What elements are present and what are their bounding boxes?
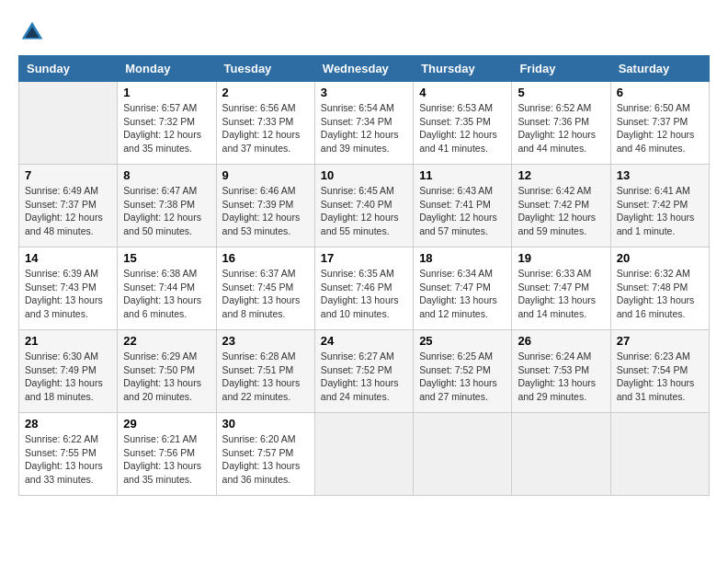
calendar-cell: 13Sunrise: 6:41 AMSunset: 7:42 PMDayligh… <box>610 165 709 247</box>
day-number: 28 <box>25 417 111 431</box>
day-number: 11 <box>419 168 506 182</box>
day-info: Sunrise: 6:39 AMSunset: 7:43 PMDaylight:… <box>25 267 111 321</box>
logo <box>18 18 50 46</box>
day-info: Sunrise: 6:54 AMSunset: 7:34 PMDaylight:… <box>321 101 407 155</box>
day-number: 14 <box>25 251 111 265</box>
day-info: Sunrise: 6:20 AMSunset: 7:57 PMDaylight:… <box>222 432 309 487</box>
day-info: Sunrise: 6:41 AMSunset: 7:42 PMDaylight:… <box>617 184 703 238</box>
day-info: Sunrise: 6:22 AMSunset: 7:55 PMDaylight:… <box>25 432 111 487</box>
day-info: Sunrise: 6:24 AMSunset: 7:53 PMDaylight:… <box>518 350 604 404</box>
day-number: 22 <box>123 334 210 348</box>
day-number: 27 <box>617 334 703 348</box>
day-number: 3 <box>321 86 407 99</box>
calendar-table: SundayMondayTuesdayWednesdayThursdayFrid… <box>18 55 710 496</box>
calendar-cell: 18Sunrise: 6:34 AMSunset: 7:47 PMDayligh… <box>414 247 512 330</box>
day-info: Sunrise: 6:49 AMSunset: 7:37 PMDaylight:… <box>25 184 111 238</box>
day-number: 24 <box>321 334 407 348</box>
day-info: Sunrise: 6:57 AMSunset: 7:32 PMDaylight:… <box>123 101 210 155</box>
day-info: Sunrise: 6:30 AMSunset: 7:49 PMDaylight:… <box>25 350 111 404</box>
calendar-week-row: 1Sunrise: 6:57 AMSunset: 7:32 PMDaylight… <box>19 82 710 165</box>
day-info: Sunrise: 6:56 AMSunset: 7:33 PMDaylight:… <box>222 101 309 155</box>
day-number: 4 <box>419 86 506 99</box>
day-info: Sunrise: 6:38 AMSunset: 7:44 PMDaylight:… <box>123 267 210 321</box>
calendar-cell: 27Sunrise: 6:23 AMSunset: 7:54 PMDayligh… <box>610 330 709 413</box>
calendar-week-row: 21Sunrise: 6:30 AMSunset: 7:49 PMDayligh… <box>19 330 710 413</box>
calendar-cell: 14Sunrise: 6:39 AMSunset: 7:43 PMDayligh… <box>19 247 118 330</box>
calendar-cell: 24Sunrise: 6:27 AMSunset: 7:52 PMDayligh… <box>314 330 413 413</box>
day-number: 16 <box>222 251 309 265</box>
calendar-cell: 10Sunrise: 6:45 AMSunset: 7:40 PMDayligh… <box>314 165 413 247</box>
day-number: 21 <box>25 334 111 348</box>
calendar-cell: 26Sunrise: 6:24 AMSunset: 7:53 PMDayligh… <box>512 330 610 413</box>
calendar-cell: 9Sunrise: 6:46 AMSunset: 7:39 PMDaylight… <box>216 165 314 247</box>
day-info: Sunrise: 6:35 AMSunset: 7:46 PMDaylight:… <box>321 267 407 321</box>
day-info: Sunrise: 6:42 AMSunset: 7:42 PMDaylight:… <box>518 184 604 238</box>
calendar-header-friday: Friday <box>512 56 610 82</box>
calendar-cell: 30Sunrise: 6:20 AMSunset: 7:57 PMDayligh… <box>216 413 314 496</box>
day-number: 23 <box>222 334 309 348</box>
calendar-cell: 4Sunrise: 6:53 AMSunset: 7:35 PMDaylight… <box>414 82 512 165</box>
calendar-header-wednesday: Wednesday <box>314 56 413 82</box>
calendar-cell: 17Sunrise: 6:35 AMSunset: 7:46 PMDayligh… <box>314 247 413 330</box>
calendar-cell: 5Sunrise: 6:52 AMSunset: 7:36 PMDaylight… <box>512 82 610 165</box>
day-info: Sunrise: 6:32 AMSunset: 7:48 PMDaylight:… <box>617 267 703 321</box>
calendar-cell: 29Sunrise: 6:21 AMSunset: 7:56 PMDayligh… <box>118 413 216 496</box>
calendar-cell: 7Sunrise: 6:49 AMSunset: 7:37 PMDaylight… <box>19 165 118 247</box>
calendar-cell <box>314 413 413 496</box>
calendar-cell: 21Sunrise: 6:30 AMSunset: 7:49 PMDayligh… <box>19 330 118 413</box>
day-number: 26 <box>518 334 604 348</box>
calendar-cell: 25Sunrise: 6:25 AMSunset: 7:52 PMDayligh… <box>414 330 512 413</box>
calendar-cell: 19Sunrise: 6:33 AMSunset: 7:47 PMDayligh… <box>512 247 610 330</box>
day-number: 18 <box>419 251 506 265</box>
calendar-cell: 8Sunrise: 6:47 AMSunset: 7:38 PMDaylight… <box>118 165 216 247</box>
day-info: Sunrise: 6:52 AMSunset: 7:36 PMDaylight:… <box>518 101 604 155</box>
calendar-header-row: SundayMondayTuesdayWednesdayThursdayFrid… <box>19 56 710 82</box>
day-info: Sunrise: 6:53 AMSunset: 7:35 PMDaylight:… <box>419 101 506 155</box>
day-info: Sunrise: 6:25 AMSunset: 7:52 PMDaylight:… <box>419 350 506 404</box>
calendar-cell: 28Sunrise: 6:22 AMSunset: 7:55 PMDayligh… <box>19 413 118 496</box>
calendar-cell <box>19 82 118 165</box>
day-number: 30 <box>222 417 309 431</box>
day-number: 17 <box>321 251 407 265</box>
day-info: Sunrise: 6:37 AMSunset: 7:45 PMDaylight:… <box>222 267 309 321</box>
calendar-header-tuesday: Tuesday <box>216 56 314 82</box>
day-number: 13 <box>617 168 703 182</box>
calendar-cell: 3Sunrise: 6:54 AMSunset: 7:34 PMDaylight… <box>314 82 413 165</box>
calendar-cell <box>610 413 709 496</box>
calendar-week-row: 14Sunrise: 6:39 AMSunset: 7:43 PMDayligh… <box>19 247 710 330</box>
day-info: Sunrise: 6:43 AMSunset: 7:41 PMDaylight:… <box>419 184 506 238</box>
calendar-cell: 23Sunrise: 6:28 AMSunset: 7:51 PMDayligh… <box>216 330 314 413</box>
day-number: 2 <box>222 86 309 99</box>
day-number: 15 <box>123 251 210 265</box>
calendar-cell: 2Sunrise: 6:56 AMSunset: 7:33 PMDaylight… <box>216 82 314 165</box>
day-number: 20 <box>617 251 703 265</box>
logo-icon <box>18 18 46 46</box>
calendar-header-saturday: Saturday <box>610 56 709 82</box>
day-info: Sunrise: 6:33 AMSunset: 7:47 PMDaylight:… <box>518 267 604 321</box>
day-info: Sunrise: 6:50 AMSunset: 7:37 PMDaylight:… <box>617 101 703 155</box>
day-info: Sunrise: 6:46 AMSunset: 7:39 PMDaylight:… <box>222 184 309 238</box>
day-info: Sunrise: 6:28 AMSunset: 7:51 PMDaylight:… <box>222 350 309 404</box>
day-number: 8 <box>123 168 210 182</box>
day-number: 19 <box>518 251 604 265</box>
calendar-cell <box>512 413 610 496</box>
calendar-cell: 1Sunrise: 6:57 AMSunset: 7:32 PMDaylight… <box>118 82 216 165</box>
calendar-week-row: 28Sunrise: 6:22 AMSunset: 7:55 PMDayligh… <box>19 413 710 496</box>
day-number: 29 <box>123 417 210 431</box>
calendar-header-monday: Monday <box>118 56 216 82</box>
day-number: 5 <box>518 86 604 99</box>
day-number: 25 <box>419 334 506 348</box>
day-number: 10 <box>321 168 407 182</box>
day-number: 6 <box>617 86 703 99</box>
day-number: 9 <box>222 168 309 182</box>
day-info: Sunrise: 6:27 AMSunset: 7:52 PMDaylight:… <box>321 350 407 404</box>
calendar-cell: 16Sunrise: 6:37 AMSunset: 7:45 PMDayligh… <box>216 247 314 330</box>
calendar-week-row: 7Sunrise: 6:49 AMSunset: 7:37 PMDaylight… <box>19 165 710 247</box>
calendar-cell: 11Sunrise: 6:43 AMSunset: 7:41 PMDayligh… <box>414 165 512 247</box>
day-number: 12 <box>518 168 604 182</box>
calendar-cell: 6Sunrise: 6:50 AMSunset: 7:37 PMDaylight… <box>610 82 709 165</box>
calendar-cell: 15Sunrise: 6:38 AMSunset: 7:44 PMDayligh… <box>118 247 216 330</box>
day-number: 1 <box>123 86 210 99</box>
day-info: Sunrise: 6:47 AMSunset: 7:38 PMDaylight:… <box>123 184 210 238</box>
calendar-cell: 22Sunrise: 6:29 AMSunset: 7:50 PMDayligh… <box>118 330 216 413</box>
